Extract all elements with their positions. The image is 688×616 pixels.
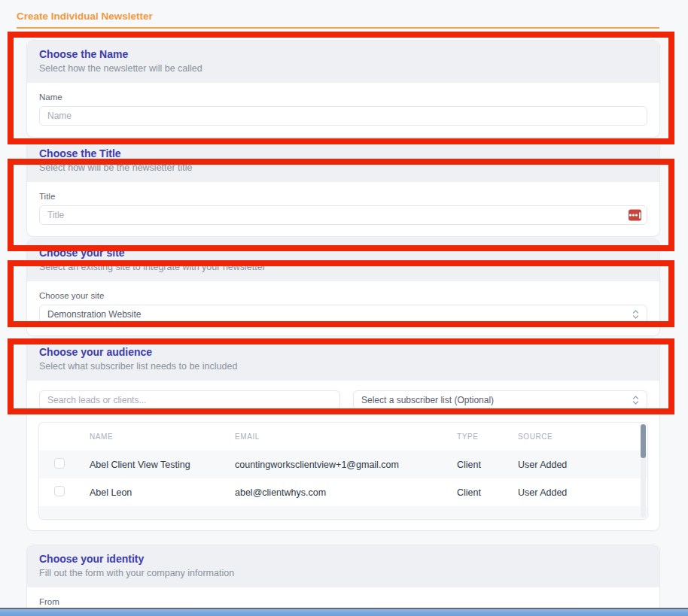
column-header-source: SOURCE bbox=[518, 432, 647, 441]
page-title: Create Individual Newsletter bbox=[17, 11, 659, 22]
table-scrollbar[interactable] bbox=[641, 424, 646, 517]
section-title: Choose the Title bbox=[39, 147, 647, 159]
card-choose-identity: Choose your identity Fill out the form w… bbox=[27, 545, 659, 616]
audience-table: NAME EMAIL TYPE SOURCE Abel Client View … bbox=[39, 423, 647, 519]
main-content: Create Individual Newsletter Choose the … bbox=[0, 0, 659, 616]
scrollbar-thumb[interactable] bbox=[641, 424, 646, 458]
table-header-row: NAME EMAIL TYPE SOURCE bbox=[39, 423, 647, 451]
title-input-wrap bbox=[39, 205, 647, 225]
cell-type: Client bbox=[457, 487, 518, 498]
cell-name: Abel Leon bbox=[90, 487, 235, 498]
card-choose-name: Choose the Name Select how the newslette… bbox=[27, 41, 659, 137]
card-choose-name-body: Name bbox=[27, 83, 659, 137]
table-row[interactable]: Abel Client View Testing countingworkscl… bbox=[39, 451, 647, 478]
cell-email: abel@clientwhys.com bbox=[235, 487, 457, 498]
chevron-updown-icon bbox=[632, 309, 639, 320]
section-subtitle: Select what subscriber list needs to be … bbox=[39, 361, 647, 372]
extension-icon-dot bbox=[629, 214, 632, 217]
card-choose-audience-body: Select a subscriber list (Optional) NAME… bbox=[27, 381, 659, 530]
audience-search-col bbox=[39, 390, 340, 410]
section-subtitle: Select how the newsletter will be called bbox=[39, 63, 647, 74]
name-input[interactable] bbox=[39, 106, 647, 126]
title-input[interactable] bbox=[39, 205, 647, 225]
extension-icon-dot bbox=[635, 214, 638, 217]
section-title: Choose your identity bbox=[39, 553, 647, 565]
card-choose-title-header: Choose the Title Select how will be the … bbox=[27, 140, 659, 182]
subscriber-list-select[interactable]: Select a subscriber list (Optional) bbox=[353, 390, 647, 410]
audience-search-input[interactable] bbox=[39, 390, 340, 410]
subscriber-list-select-value: Select a subscriber list (Optional) bbox=[361, 395, 494, 405]
section-title: Choose your site bbox=[39, 247, 647, 259]
section-title: Choose your audience bbox=[39, 346, 647, 358]
row-checkbox[interactable] bbox=[54, 486, 65, 496]
title-field-label: Title bbox=[39, 192, 647, 201]
card-choose-identity-header: Choose your identity Fill out the form w… bbox=[27, 545, 659, 587]
audience-list-col: Select a subscriber list (Optional) bbox=[353, 390, 647, 410]
password-manager-extension-icon[interactable] bbox=[629, 210, 641, 221]
table-row-partial bbox=[39, 506, 647, 519]
card-choose-site-header: Choose your site Select an existing site… bbox=[27, 239, 659, 281]
title-underline bbox=[17, 27, 659, 29]
chevron-updown-icon bbox=[632, 395, 639, 405]
card-choose-audience-header: Choose your audience Select what subscri… bbox=[27, 338, 659, 381]
card-choose-audience: Choose your audience Select what subscri… bbox=[27, 338, 659, 530]
cell-email: countingworksclientview+1@gmail.com bbox=[235, 460, 457, 470]
card-choose-name-header: Choose the Name Select how the newslette… bbox=[27, 41, 659, 83]
section-subtitle: Select an existing site to integrate wit… bbox=[39, 262, 647, 273]
column-header-email: EMAIL bbox=[235, 432, 457, 441]
audience-inputs-row: Select a subscriber list (Optional) bbox=[39, 390, 647, 410]
window-bottom-edge bbox=[0, 608, 688, 616]
row-checkbox[interactable] bbox=[54, 458, 65, 469]
extension-icon-bar bbox=[639, 212, 641, 218]
extension-icon-dot bbox=[632, 214, 635, 217]
section-subtitle: Select how will be the newsletter title bbox=[39, 162, 647, 174]
from-field-label: From bbox=[39, 597, 647, 606]
cell-name: Abel Client View Testing bbox=[90, 460, 235, 470]
cell-source: User Added bbox=[518, 487, 647, 498]
section-subtitle: Fill out the form with your company info… bbox=[39, 568, 647, 579]
site-select[interactable]: Demonstration Website bbox=[39, 305, 647, 324]
table-row[interactable]: Abel Leon abel@clientwhys.com Client Use… bbox=[39, 478, 647, 506]
card-choose-title-body: Title bbox=[27, 182, 659, 236]
section-title: Choose the Name bbox=[39, 48, 647, 60]
card-choose-title: Choose the Title Select how will be the … bbox=[27, 140, 659, 236]
site-select-value: Demonstration Website bbox=[47, 309, 142, 320]
column-header-type: TYPE bbox=[457, 432, 518, 441]
column-header-name: NAME bbox=[90, 432, 235, 441]
cell-type: Client bbox=[457, 460, 518, 470]
site-field-label: Choose your site bbox=[39, 291, 647, 300]
card-choose-site: Choose your site Select an existing site… bbox=[27, 239, 659, 335]
cell-source: User Added bbox=[518, 460, 647, 470]
name-field-label: Name bbox=[39, 93, 647, 102]
card-choose-site-body: Choose your site Demonstration Website bbox=[27, 281, 659, 335]
